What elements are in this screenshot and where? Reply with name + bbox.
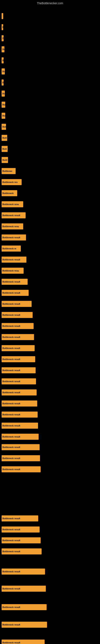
bar-row: Bottleneck result <box>1 434 39 440</box>
bar-row: Bottleneck <box>1 190 17 196</box>
bar-label: Bottleneck result <box>1 444 40 450</box>
bar-row: B <box>1 24 3 30</box>
bar-label: Bottleneck result <box>1 334 34 340</box>
bar-label: Bottleneck result <box>1 548 42 554</box>
bar-row: Bottleneck result <box>1 466 41 472</box>
bar-label: Bottleneck result <box>1 434 39 440</box>
bar-label: Bottleneck result <box>1 537 41 544</box>
bar-label: Bottleneck result <box>1 455 40 461</box>
bar-label: Bottleneck re <box>1 246 21 252</box>
bar-label: Bottleneck result <box>1 622 47 628</box>
bar-row: Bottleneck result <box>1 526 40 532</box>
bar-row: B <box>1 80 3 86</box>
bar-label: Bottleneck result <box>1 640 45 644</box>
bar-row: Bottleneck result <box>1 367 36 373</box>
bar-row: B <box>1 57 3 64</box>
bar-label: Bottleneck result <box>1 568 45 574</box>
bar-label: Bottleneck result <box>1 516 38 522</box>
bar-label: Bottleneck result <box>1 234 26 240</box>
bar-row: Bottleneck result <box>1 212 26 218</box>
bar-row: Bottleneck result <box>1 323 34 329</box>
bar-label: Bottleneck result <box>1 345 35 351</box>
bar-row: Bottleneck result <box>1 568 45 574</box>
bar-row: Bottleneck result <box>1 444 40 450</box>
bar-label: Bottleneck resu <box>1 224 23 230</box>
bar-row: Bottleneck res <box>1 179 22 185</box>
bar-label: Bo <box>1 102 5 108</box>
bar-label: Bottleneck result <box>1 256 26 263</box>
bar-label: Bottleneck result <box>1 367 36 373</box>
bar-row: Bottleneck result <box>1 548 42 554</box>
bar-label: Bottleneck result <box>1 312 33 318</box>
bar-label: Bottleneck result <box>1 301 32 307</box>
bar-row: Bottleneck result <box>1 622 47 628</box>
bar-label: Bott <box>1 135 7 141</box>
bar-label: Bottleneck result <box>1 422 38 429</box>
bar-row: Bott <box>1 135 7 141</box>
bar-row: Bo <box>1 102 5 108</box>
bar-row: Bo <box>1 68 5 74</box>
bar-row: Bottleneck result <box>1 412 38 418</box>
bar-label: Bottleneck result <box>1 290 29 296</box>
bar-row: Bottleneck result <box>1 455 40 461</box>
bar-row: Bottleneck resu <box>1 268 24 274</box>
bar-row: Bottleneck result <box>1 422 38 429</box>
bar-label: Bottleneck result <box>1 466 41 472</box>
bar-label: Bottleneck resu <box>1 201 23 207</box>
bar-label: Bottleneck result <box>1 526 40 532</box>
bar-row: Bottleneck result <box>1 604 47 610</box>
bar-row: Bottleneck result <box>1 400 37 406</box>
bar-row: Bottleneck re <box>1 246 21 252</box>
bar-label: Bottleneck result <box>1 323 34 329</box>
bar-label: B <box>1 24 3 30</box>
bar-row: Bot <box>1 124 6 130</box>
bar-label: Bottl <box>1 157 8 163</box>
bar-label <box>1 13 3 19</box>
bar-row: Bottleneck resu <box>1 201 23 207</box>
bar-label: Bottleneck result <box>1 604 47 610</box>
bar-row: Bo <box>1 113 5 119</box>
bar-row: Bo <box>1 90 5 96</box>
bar-label: B <box>1 80 3 86</box>
bar-row: Bottleneck result <box>1 312 33 318</box>
bar-label: Bottleneck result <box>1 378 36 384</box>
bar-row: Bottl <box>1 157 8 163</box>
bar-row: Bottleneck result <box>1 390 37 396</box>
bar-row: Bottlenec <box>1 168 16 174</box>
bar-label: Bottleneck resu <box>1 268 24 274</box>
bar-label: Bo <box>1 68 5 74</box>
bar-label: Bottleneck result <box>1 390 37 396</box>
bar-row: Bottleneck result <box>1 378 36 384</box>
bar-label: Bo <box>1 113 5 119</box>
bar-row: Bottleneck result <box>1 516 38 522</box>
bar-label: B <box>1 57 3 64</box>
bar-label: Bottleneck result <box>1 356 35 362</box>
bar-row: Bottleneck result <box>1 356 35 362</box>
bar-label: Bo <box>1 46 4 52</box>
bar-label: Bot <box>1 124 6 130</box>
site-title: TheBottlenecker.com <box>0 0 100 6</box>
bar-label: Bottleneck res <box>1 179 22 185</box>
bar-row: Bottleneck result <box>1 256 26 263</box>
bar-row: Bottleneck resu <box>1 224 23 230</box>
bar-label: Bottlenec <box>1 168 16 174</box>
bar-row: Bottleneck result <box>1 537 41 544</box>
bar-label: Bottleneck <box>1 190 17 196</box>
bar-row: Bottleneck result <box>1 279 28 285</box>
bar-row: Bo <box>1 46 4 52</box>
bar-label: Bottleneck result <box>1 400 37 406</box>
bar-label: Bott <box>1 146 8 152</box>
bar-row: Bottleneck result <box>1 290 29 296</box>
bar-label: Bottleneck result <box>1 586 46 592</box>
bar-row: Bottleneck result <box>1 301 32 307</box>
bar-label: Bottleneck result <box>1 212 26 218</box>
bar-label: Bo <box>1 90 5 96</box>
bar-row: Bott <box>1 146 8 152</box>
bar-row: Bottleneck result <box>1 345 35 351</box>
bar-row <box>1 13 3 19</box>
bar-row: Bottleneck result <box>1 234 26 240</box>
bar-label: Bottleneck result <box>1 279 28 285</box>
bar-row: B <box>1 35 3 41</box>
bar-label: B <box>1 35 3 41</box>
bar-row: Bottleneck result <box>1 334 34 340</box>
